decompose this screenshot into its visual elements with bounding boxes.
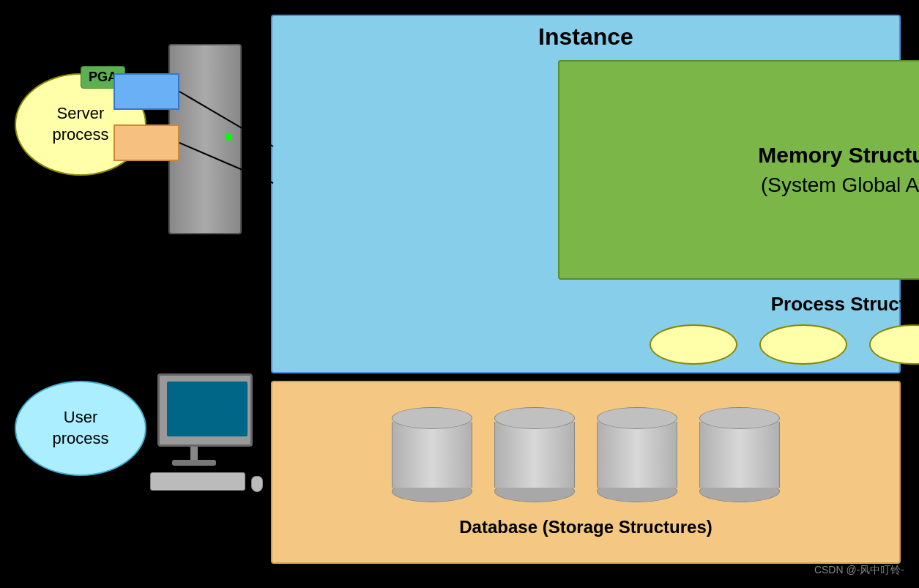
memory-block-orange <box>114 124 179 161</box>
cylinder-2 <box>494 407 575 502</box>
process-ellipse-1 <box>650 324 737 365</box>
process-ellipses-container <box>650 324 919 365</box>
memory-block-blue <box>114 73 179 110</box>
user-process-label: User process <box>52 407 108 449</box>
memory-title-line2: (System Global Area) <box>761 174 919 197</box>
monitor-base <box>172 460 216 466</box>
cyl-top-2 <box>494 407 575 429</box>
monitor-stand <box>190 447 198 461</box>
process-ellipse-3 <box>869 324 919 365</box>
memory-title-line1: Memory Structures <box>758 143 919 168</box>
server-light-icon <box>225 133 232 141</box>
monitor-screen <box>167 382 248 436</box>
instance-title: Instance <box>272 16 899 51</box>
mouse-icon <box>251 476 263 492</box>
process-structures-title: Process Structures <box>771 293 919 316</box>
server-process-label: Server process <box>52 103 108 145</box>
cylinder-4 <box>699 407 780 502</box>
cyl-top-3 <box>597 407 677 429</box>
database-box: Database (Storage Structures) <box>271 381 901 564</box>
cyl-body-2 <box>494 422 575 488</box>
memory-structures-box: Memory Structures (System Global Area) <box>558 60 919 280</box>
database-title: Database (Storage Structures) <box>459 517 712 537</box>
cylinder-1 <box>392 407 472 502</box>
watermark: CSDN @-风中叮铃- <box>814 564 904 577</box>
cyl-body-1 <box>392 422 472 488</box>
cyl-top-4 <box>699 407 780 429</box>
process-structures-section: Process Structures <box>543 287 919 390</box>
server-tower <box>168 44 242 234</box>
database-cylinders <box>392 407 780 502</box>
cyl-top-1 <box>392 407 472 429</box>
cyl-body-4 <box>699 422 780 488</box>
cyl-body-3 <box>597 422 677 488</box>
cylinder-3 <box>597 407 677 502</box>
keyboard-icon <box>150 472 245 491</box>
monitor-body <box>157 373 253 447</box>
instance-box: Instance Memory Structures (System Globa… <box>271 15 901 373</box>
process-ellipse-2 <box>759 324 847 365</box>
client-computer-illustration <box>143 373 267 520</box>
user-process-ellipse: User process <box>15 381 146 476</box>
